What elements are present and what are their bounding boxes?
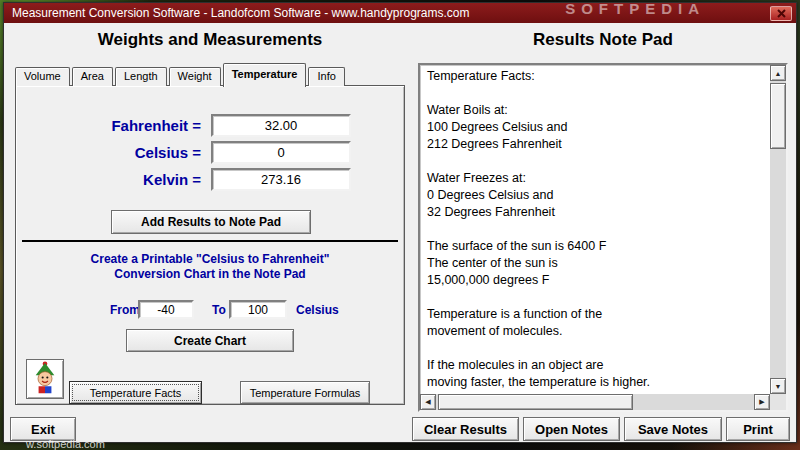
temperature-facts-button[interactable]: Temperature Facts xyxy=(69,381,202,404)
to-label: To xyxy=(208,303,230,317)
save-notes-button[interactable]: Save Notes xyxy=(624,417,722,441)
temperature-tab-page: Fahrenheit = Celsius = Kelvin = Add Resu… xyxy=(15,85,405,405)
notepad-line xyxy=(427,340,766,357)
to-input[interactable] xyxy=(229,300,287,319)
app-window: Measurement Conversion Software - Landof… xyxy=(3,2,797,443)
notepad-line: The center of the sun is xyxy=(427,255,766,272)
notepad-line: Temperature is a function of the xyxy=(427,306,766,323)
temperature-formulas-button[interactable]: Temperature Formulas xyxy=(240,381,370,404)
vertical-scrollbar[interactable]: ▲ ▼ xyxy=(770,65,786,394)
notepad-line: 32 Degrees Fahrenheit xyxy=(427,204,766,221)
notepad-line xyxy=(427,221,766,238)
add-results-button[interactable]: Add Results to Note Pad xyxy=(111,210,311,234)
results-notepad[interactable]: Temperature Facts:Water Boils at:100 Deg… xyxy=(418,63,788,412)
chart-instruction-line2: Conversion Chart in the Note Pad xyxy=(16,267,404,281)
celsius-unit-label: Celsius xyxy=(296,303,339,317)
notepad-line xyxy=(427,85,766,102)
open-notes-button[interactable]: Open Notes xyxy=(523,417,620,441)
left-panel-title: Weights and Measurements xyxy=(15,30,405,50)
tab-length[interactable]: Length xyxy=(115,67,167,86)
celsius-input[interactable] xyxy=(211,141,351,164)
notepad-text: Temperature Facts:Water Boils at:100 Deg… xyxy=(420,65,770,394)
horizontal-scroll-thumb[interactable] xyxy=(438,394,633,410)
clear-results-button[interactable]: Clear Results xyxy=(412,417,519,441)
scroll-down-icon[interactable]: ▼ xyxy=(770,378,786,394)
notepad-line: 100 Degrees Celsius and xyxy=(427,119,766,136)
mascot-button[interactable] xyxy=(26,359,64,399)
tab-strip: VolumeAreaLengthWeightTemperatureInfo xyxy=(15,62,347,86)
notepad-line: 212 Degrees Fahrenheit xyxy=(427,136,766,153)
vertical-scroll-thumb[interactable] xyxy=(770,83,786,149)
window-content: Weights and Measurements Results Note Pa… xyxy=(4,23,796,442)
section-divider xyxy=(22,240,398,242)
notepad-line: 15,000,000 degrees F xyxy=(427,272,766,289)
kelvin-label: Kelvin = xyxy=(16,168,201,192)
close-icon xyxy=(777,4,786,22)
horizontal-scrollbar[interactable]: ◀ ▶ xyxy=(420,394,770,410)
tab-temperature[interactable]: Temperature xyxy=(223,63,307,87)
exit-button[interactable]: Exit xyxy=(10,417,76,441)
notepad-line xyxy=(427,153,766,170)
fahrenheit-input[interactable] xyxy=(211,114,351,137)
notepad-line: The surface of the sun is 6400 F xyxy=(427,238,766,255)
tab-info[interactable]: Info xyxy=(308,67,344,86)
notepad-line: Water Boils at: xyxy=(427,102,766,119)
scroll-up-icon[interactable]: ▲ xyxy=(770,65,786,81)
notepad-line: Temperature Facts: xyxy=(427,68,766,85)
close-button[interactable] xyxy=(770,6,792,21)
tab-volume[interactable]: Volume xyxy=(15,67,70,86)
kelvin-input[interactable] xyxy=(211,168,351,191)
print-button[interactable]: Print xyxy=(726,417,790,441)
scroll-left-icon[interactable]: ◀ xyxy=(420,394,436,410)
fahrenheit-label: Fahrenheit = xyxy=(16,114,201,138)
notepad-line: movement of molecules. xyxy=(427,323,766,340)
notepad-line xyxy=(427,289,766,306)
jester-mascot-icon xyxy=(31,361,59,398)
right-panel-title: Results Note Pad xyxy=(418,30,788,50)
window-title: Measurement Conversion Software - Landof… xyxy=(12,6,470,20)
from-input[interactable] xyxy=(138,300,194,319)
scroll-right-icon[interactable]: ▶ xyxy=(754,394,770,410)
notepad-line: If the molecules in an object are xyxy=(427,357,766,374)
create-chart-button[interactable]: Create Chart xyxy=(126,329,294,352)
notepad-line: moving faster, the temperature is higher… xyxy=(427,374,766,391)
chart-instruction-line1: Create a Printable "Celsius to Fahrenhei… xyxy=(16,252,404,266)
notepad-line: 0 Degrees Celsius and xyxy=(427,187,766,204)
tab-area[interactable]: Area xyxy=(72,67,113,86)
scrollbar-corner xyxy=(770,394,786,410)
title-bar[interactable]: Measurement Conversion Software - Landof… xyxy=(4,3,796,23)
notepad-line: Water Freezes at: xyxy=(427,170,766,187)
celsius-label: Celsius = xyxy=(16,141,201,165)
tab-weight[interactable]: Weight xyxy=(169,67,221,86)
